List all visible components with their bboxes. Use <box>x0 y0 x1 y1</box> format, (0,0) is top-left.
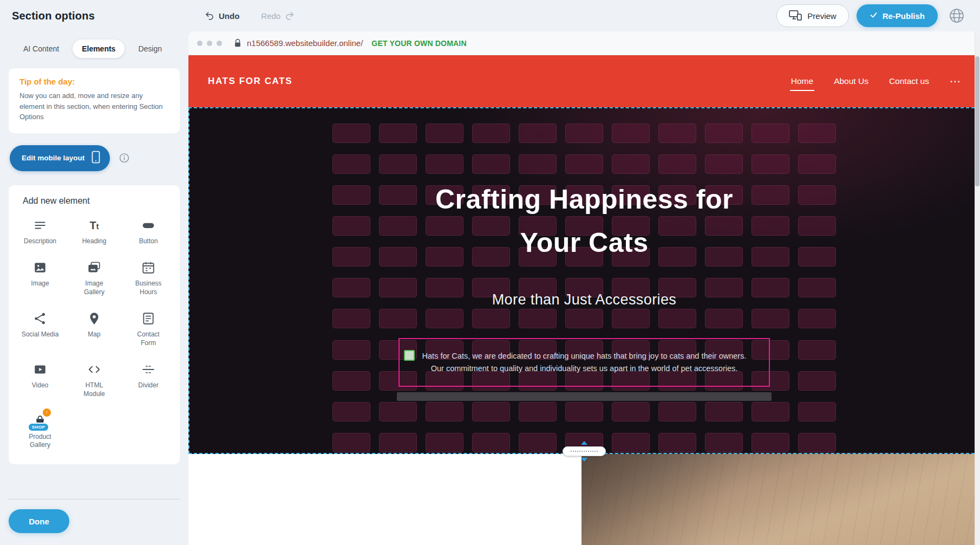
element-grid: Description Tt Heading Button Ima <box>13 210 175 457</box>
hero-tile <box>612 433 650 452</box>
nav-contact-us[interactable]: Contact us <box>889 76 929 86</box>
tab-ai-content[interactable]: AI Content <box>14 40 68 58</box>
code-icon <box>87 361 101 378</box>
hero-tile <box>798 402 836 421</box>
resize-pill[interactable] <box>563 446 606 456</box>
hero-tile <box>798 309 836 328</box>
scrollbar-thumb[interactable] <box>975 56 979 186</box>
info-icon[interactable] <box>119 152 130 164</box>
tip-title: Tip of the day: <box>19 77 169 86</box>
tab-elements[interactable]: Elements <box>73 40 125 58</box>
edit-mobile-layout-button[interactable]: Edit mobile layout <box>10 145 110 171</box>
hero-tile <box>798 340 836 360</box>
hero-heading-line: Crafting Happiness for <box>190 178 979 221</box>
add-element-contact-form[interactable]: Contact Form <box>121 303 175 354</box>
add-element-description[interactable]: Description <box>13 210 67 253</box>
business-hours-icon <box>141 259 155 276</box>
element-placement-ghost <box>397 392 772 401</box>
preview-label: Preview <box>807 11 836 21</box>
hero-tile <box>332 433 370 452</box>
description-icon <box>33 217 47 233</box>
hero-paragraph-line: Hats for Cats, we are dedicated to craft… <box>422 350 747 362</box>
hero-tile <box>612 309 650 328</box>
pavement-photo[interactable] <box>582 454 980 545</box>
undo-button[interactable]: Undo <box>201 10 243 21</box>
hero-tile <box>705 402 743 421</box>
redo-label: Redo <box>261 11 280 21</box>
get-your-own-domain-link[interactable]: GET YOUR OWN DOMAIN <box>371 39 466 48</box>
image-gallery-icon <box>87 259 101 276</box>
hero-subheading[interactable]: More than Just Accessories <box>190 291 979 308</box>
page-title: Section options <box>12 10 95 22</box>
add-element-image-gallery[interactable]: Image Gallery <box>67 252 121 303</box>
done-button[interactable]: Done <box>9 509 69 533</box>
hero-tile <box>612 402 650 421</box>
add-element-html-module[interactable]: HTML Module <box>67 354 121 405</box>
add-element-video[interactable]: Video <box>13 354 67 405</box>
video-icon <box>33 361 47 378</box>
hero-tile <box>752 433 789 452</box>
site-header[interactable]: HATS FOR CATS Home About Us Contact us ⋯ <box>188 55 980 107</box>
site-logo[interactable]: HATS FOR CATS <box>208 76 292 87</box>
add-element-social-media[interactable]: Social Media <box>13 303 67 354</box>
hero-heading-line: Your Cats <box>190 221 979 264</box>
hero-heading[interactable]: Crafting Happiness for Your Cats <box>190 178 979 264</box>
map-pin-icon <box>87 310 101 327</box>
hero-tile <box>472 309 510 328</box>
hero-tile <box>519 433 557 452</box>
hero-tile <box>519 124 557 143</box>
add-element-business-hours[interactable]: Business Hours <box>121 252 175 303</box>
nav-more-icon[interactable]: ⋯ <box>950 76 961 87</box>
hero-tile <box>798 154 836 174</box>
window-dot <box>197 41 202 46</box>
element-drag-handle[interactable] <box>404 350 415 361</box>
add-element-title: Add new element <box>23 196 175 206</box>
hero-tile <box>658 433 696 452</box>
redo-icon <box>285 11 295 21</box>
hero-tile <box>472 402 510 421</box>
resize-dotted-line <box>571 451 598 452</box>
add-element-button[interactable]: Button <box>121 210 175 253</box>
window-dots <box>197 41 222 46</box>
topbar-actions: Preview Re-Publish <box>776 4 968 27</box>
tab-design[interactable]: Design <box>129 40 171 58</box>
hero-section-selected[interactable]: Crafting Happiness for Your Cats More th… <box>188 107 980 454</box>
tip-of-the-day-card: Tip of the day: Now you can add, move an… <box>9 68 180 133</box>
hero-tile <box>705 309 743 328</box>
page-body: AI Content Elements Design Tip of the da… <box>0 31 980 545</box>
image-icon <box>33 259 47 276</box>
hero-tile <box>472 154 510 174</box>
sidebar-tabs: AI Content Elements Design <box>9 38 180 60</box>
mobile-layout-row: Edit mobile layout <box>10 145 180 171</box>
product-gallery-icon: ↑ SHOP <box>33 413 47 429</box>
resize-arrow-down-icon <box>581 458 587 462</box>
republish-label: Re-Publish <box>883 11 925 21</box>
hero-tile <box>798 371 836 391</box>
hero-tile <box>426 402 463 421</box>
add-element-heading[interactable]: Tt Heading <box>67 210 121 253</box>
republish-button[interactable]: Re-Publish <box>857 4 938 27</box>
hero-paragraph: Hats for Cats, we are dedicated to craft… <box>422 350 747 375</box>
hero-paragraph-line: Our commitment to quality and individual… <box>422 362 747 375</box>
hero-tile <box>658 309 696 328</box>
nav-home[interactable]: Home <box>791 76 813 86</box>
preview-button[interactable]: Preview <box>776 4 848 27</box>
add-element-map[interactable]: Map <box>67 303 121 354</box>
hero-tile <box>798 433 836 452</box>
section-resize-handle[interactable] <box>563 441 606 462</box>
redo-button[interactable]: Redo <box>258 10 298 21</box>
hero-tile <box>332 340 370 360</box>
language-globe-icon[interactable] <box>945 4 968 27</box>
nav-about-us[interactable]: About Us <box>834 76 868 86</box>
social-media-icon <box>33 310 47 327</box>
add-element-divider[interactable]: Divider <box>121 354 175 405</box>
selected-text-element[interactable]: Hats for Cats, we are dedicated to craft… <box>398 338 770 387</box>
add-element-image[interactable]: Image <box>13 252 67 303</box>
next-section-white-area[interactable] <box>188 454 582 545</box>
undo-label: Undo <box>219 11 239 21</box>
hero-tile <box>472 433 510 452</box>
hero-tile <box>426 154 463 174</box>
next-section <box>188 454 980 545</box>
preview-scrollbar[interactable] <box>975 31 980 545</box>
add-element-product-gallery[interactable]: ↑ SHOP Product Gallery <box>13 406 67 457</box>
